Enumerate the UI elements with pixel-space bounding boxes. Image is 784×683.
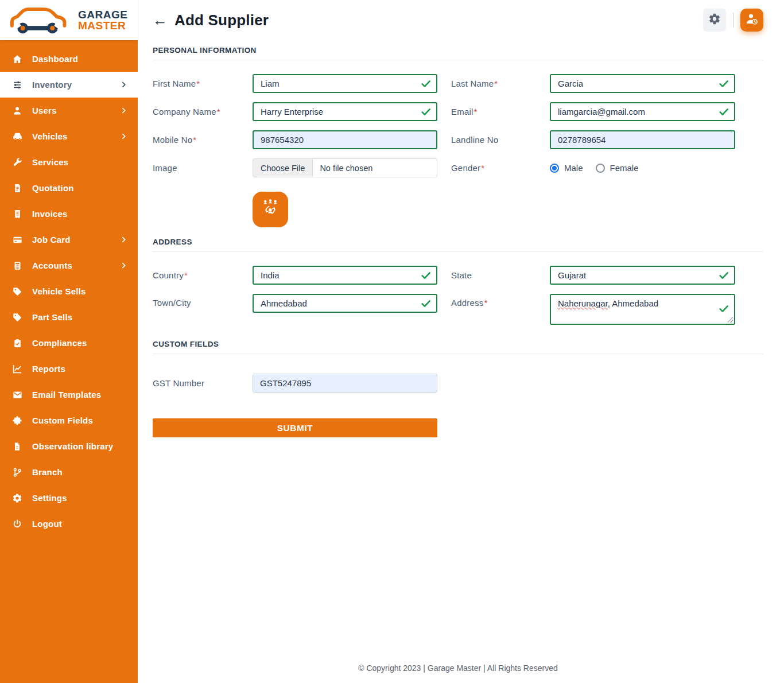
topbar-divider [733,13,733,28]
radio-male[interactable] [550,164,559,173]
file-invoice-icon [11,183,23,194]
sidebar-item-vehicles[interactable]: Vehicles [0,123,138,149]
country-label: Country* [153,270,253,280]
sidebar-item-custom-fields[interactable]: Custom Fields [0,408,138,433]
sidebar-item-accounts[interactable]: Accounts [0,253,138,278]
sidebar-item-observation-library[interactable]: Observation library [0,433,138,459]
form-row-image-gender: Image Choose File No file chosen Gender*… [153,158,763,177]
sidebar-item-settings[interactable]: Settings [0,485,138,511]
last-name-label: Last Name* [437,79,550,88]
gender-radio-group: Male Female [550,163,735,173]
topbar: ← Add Supplier [153,0,763,40]
address-ctrl: Naherunagar, Ahmedabad [550,294,735,325]
sidebar-nav: Dashboard Inventory Users Vehicles Servi… [0,40,138,537]
supplier-profile-button[interactable] [740,9,763,32]
gear-icon [708,13,721,28]
mobile-no-input[interactable] [253,130,437,149]
puzzle-icon [11,415,23,426]
sidebar-item-label: Settings [32,493,67,503]
brand-logo[interactable]: GARAGE MASTER [0,0,138,40]
sidebar-item-reports[interactable]: Reports [0,356,138,382]
gst-number-input[interactable] [253,374,437,393]
email-input[interactable] [550,102,735,121]
state-input[interactable] [550,266,735,285]
sidebar-item-label: Quotation [32,183,74,193]
valid-check-icon [718,303,729,315]
sidebar-item-invoices[interactable]: Invoices [0,201,138,227]
section-heading-custom: CUSTOM FIELDS [153,340,763,348]
sidebar-item-quotation[interactable]: Quotation [0,175,138,201]
sidebar-item-label: Job Card [32,235,71,245]
sidebar-item-compliances[interactable]: Compliances [0,330,138,356]
home-icon [11,53,23,65]
image-file-input[interactable]: Choose File No file chosen [253,158,437,177]
page-title: Add Supplier [174,11,269,29]
textarea-resize-handle[interactable] [727,317,733,323]
form-row-country-state: Country* State [153,266,763,285]
back-arrow-icon[interactable]: ← [153,13,168,28]
sidebar-item-label: Users [32,106,57,115]
first-name-ctrl [253,74,437,93]
envelope-icon [11,389,23,401]
required-asterisk: * [184,270,188,280]
choose-file-button[interactable]: Choose File [253,159,313,177]
form-row-name: First Name* Last Name* [153,74,763,93]
supplier-group-icon [259,197,281,222]
chart-icon [11,363,23,375]
gender-option-female[interactable]: Female [596,163,639,173]
gender-label: Gender* [437,163,550,173]
form-row-gst: GST Number [153,374,763,393]
gender-option-male[interactable]: Male [550,163,583,173]
sidebar-item-inventory[interactable]: Inventory [0,72,138,98]
brand-name-line2: MASTER [78,20,126,32]
submit-button[interactable]: SUBMIT [153,418,437,437]
gender-option-female-label: Female [610,163,639,173]
app-window: GARAGE MASTER Dashboard Inventory Users … [0,0,784,683]
town-city-ctrl [253,294,437,313]
valid-check-icon [420,270,432,281]
required-asterisk: * [494,79,498,88]
receipt-icon [11,208,23,220]
sidebar-item-label: Observation library [32,441,113,451]
town-city-input[interactable] [253,294,437,313]
company-name-input[interactable] [253,102,437,121]
settings-gear-button[interactable] [703,9,726,32]
sidebar-item-email-templates[interactable]: Email Templates [0,382,138,408]
sidebar-item-part-sells[interactable]: Part Sells [0,304,138,330]
form-row-company-email: Company Name* Email* [153,102,763,121]
sidebar-item-label: Part Sells [32,312,72,322]
tag-icon [11,312,23,323]
image-label: Image [153,163,253,173]
sidebar-item-label: Dashboard [32,54,78,64]
landline-no-ctrl [550,130,735,149]
email-label: Email* [437,107,550,117]
gear-icon [11,492,23,504]
credit-card-icon [11,234,23,246]
sidebar-item-job-card[interactable]: Job Card [0,227,138,253]
country-input[interactable] [253,266,437,285]
radio-female[interactable] [596,164,605,173]
sidebar-item-services[interactable]: Services [0,149,138,175]
sidebar-item-vehicle-sells[interactable]: Vehicle Sells [0,278,138,304]
sidebar-item-logout[interactable]: Logout [0,511,138,537]
brand-name: GARAGE MASTER [78,9,127,32]
required-asterisk: * [481,163,484,173]
sliders-icon [11,79,23,91]
sidebar-item-branch[interactable]: Branch [0,459,138,485]
sidebar-item-dashboard[interactable]: Dashboard [0,46,138,72]
address-value-rest: Ahmedabad [610,298,658,308]
address-textarea[interactable]: Naherunagar, Ahmedabad [550,294,735,325]
last-name-input[interactable] [550,74,735,93]
brand-name-line1: GARAGE [78,9,127,21]
chevron-right-icon [120,81,127,88]
landline-no-input[interactable] [550,130,735,149]
required-asterisk: * [193,135,196,145]
sidebar-item-users[interactable]: Users [0,98,138,123]
first-name-input[interactable] [253,74,437,93]
chevron-right-icon [120,262,127,269]
sidebar-item-label: Invoices [32,209,68,219]
landline-no-label: Landline No [437,135,550,145]
address-label: Address* [437,294,550,308]
gst-number-label: GST Number [153,378,253,388]
section-heading-address: ADDRESS [153,238,763,246]
